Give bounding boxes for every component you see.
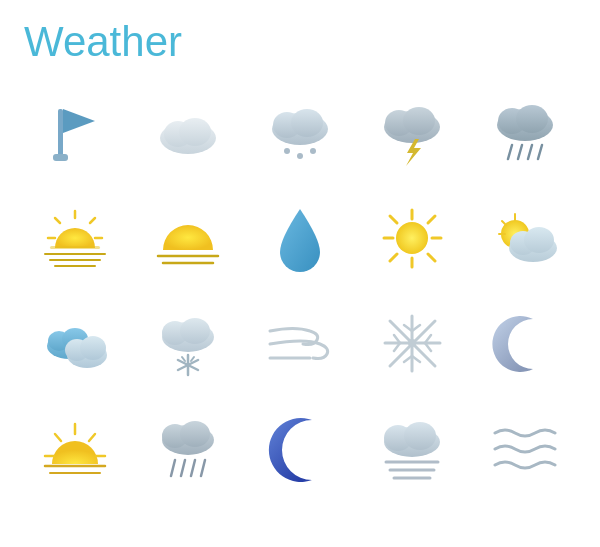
icon-sun (361, 191, 463, 286)
svg-rect-2 (53, 154, 68, 161)
svg-line-21 (528, 145, 532, 159)
svg-point-18 (516, 105, 548, 133)
svg-line-79 (55, 434, 61, 441)
icon-snow-cloud (249, 86, 351, 181)
icon-rain-cloud-2 (136, 401, 238, 496)
svg-point-11 (310, 148, 316, 154)
svg-point-87 (180, 421, 210, 447)
icon-fog-cloud (361, 401, 463, 496)
svg-rect-28 (50, 246, 100, 249)
svg-point-10 (297, 153, 303, 159)
icon-grid (0, 76, 600, 506)
icon-moon (474, 296, 576, 391)
svg-line-22 (538, 145, 542, 159)
icon-fog-waves (474, 401, 576, 496)
svg-point-58 (180, 318, 210, 344)
svg-point-49 (524, 227, 554, 253)
svg-line-20 (518, 145, 522, 159)
svg-marker-1 (63, 109, 95, 133)
icon-snow-cloud-2 (136, 296, 238, 391)
svg-point-9 (284, 148, 290, 154)
svg-point-77 (408, 339, 416, 347)
icon-raindrop (249, 191, 351, 286)
icon-wind (249, 296, 351, 391)
svg-line-90 (191, 460, 195, 476)
svg-point-8 (291, 109, 323, 137)
icon-sunset (136, 191, 238, 286)
svg-line-41 (390, 254, 397, 261)
svg-marker-15 (406, 139, 421, 166)
svg-line-91 (201, 460, 205, 476)
icon-moon-2 (249, 401, 351, 496)
icon-partly-cloudy (474, 191, 576, 286)
svg-point-14 (403, 107, 435, 135)
icon-wind-flag (24, 86, 126, 181)
page-title: Weather (0, 0, 600, 76)
svg-line-40 (428, 216, 435, 223)
svg-rect-0 (58, 109, 63, 161)
icon-sunrise (24, 191, 126, 286)
icon-sunrise-2 (24, 401, 126, 496)
svg-line-46 (502, 221, 506, 225)
svg-line-63 (191, 357, 194, 361)
svg-point-94 (404, 422, 436, 450)
svg-line-80 (89, 434, 95, 441)
svg-line-19 (508, 145, 512, 159)
icon-thunder-cloud (361, 86, 463, 181)
icon-snowflake (361, 296, 463, 391)
svg-line-24 (90, 218, 95, 223)
svg-point-5 (179, 118, 211, 146)
svg-line-62 (182, 357, 185, 361)
svg-point-42 (396, 222, 428, 254)
svg-line-89 (181, 460, 185, 476)
icon-clouds (24, 296, 126, 391)
icon-rain-cloud (474, 86, 576, 181)
svg-line-25 (55, 218, 60, 223)
svg-line-88 (171, 460, 175, 476)
svg-line-39 (428, 254, 435, 261)
svg-line-38 (390, 216, 397, 223)
icon-cloud (136, 86, 238, 181)
svg-point-55 (80, 336, 106, 360)
